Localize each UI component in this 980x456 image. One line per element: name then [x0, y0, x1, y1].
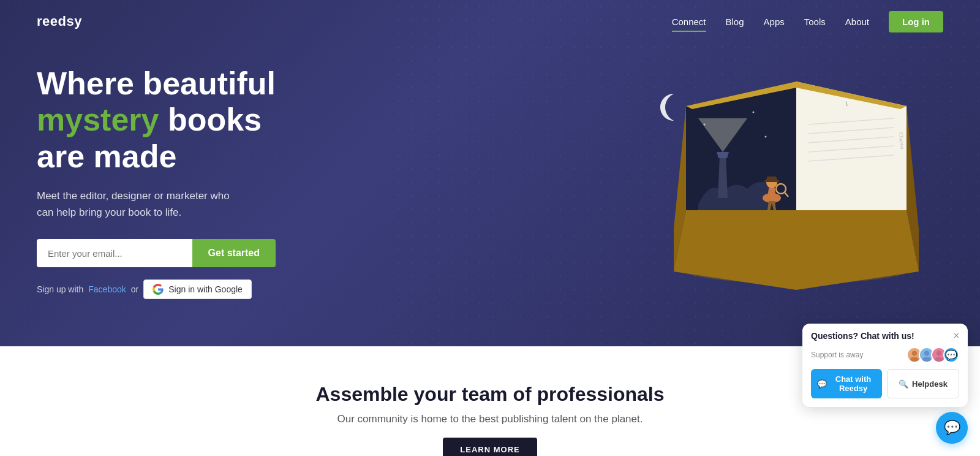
get-started-button[interactable]: Get started — [192, 239, 276, 267]
chat-avatars: 💬 — [907, 347, 959, 363]
moon-decoration — [655, 91, 689, 127]
chat-widget-title: Questions? Chat with us! — [811, 331, 914, 341]
chat-with-reedsy-button[interactable]: 💬 Chat with Reedsy — [811, 369, 882, 398]
nav-link-tools[interactable]: Tools — [804, 17, 826, 27]
chat-btn-label: Chat with Reedsy — [831, 374, 876, 393]
chat-widget: Questions? Chat with us! × Support is aw… — [802, 324, 968, 407]
book-svg: 1 Chapter — [662, 57, 931, 302]
chat-icon: 💬 — [817, 379, 827, 389]
chat-support-row: Support is away 💬 — [802, 344, 968, 369]
svg-point-3 — [765, 135, 767, 137]
hero-social-signup: Sign up with Facebook or Sign in with Go… — [37, 279, 276, 299]
chat-avatar-4: 💬 — [943, 347, 959, 363]
hero-title-line1: Where beautiful — [37, 66, 276, 101]
hero-illustration: 1 Chapter — [637, 26, 956, 321]
navbar: reedsy Connect Blog Apps Tools About Log… — [0, 0, 980, 43]
svg-point-19 — [922, 357, 931, 362]
google-icon — [153, 284, 164, 295]
svg-text:1: 1 — [845, 99, 849, 107]
nav-link-blog[interactable]: Blog — [726, 17, 744, 27]
book-illustration: 1 Chapter — [637, 26, 956, 321]
svg-point-2 — [753, 111, 755, 113]
hero-form: Get started — [37, 239, 276, 267]
nav-link-connect[interactable]: Connect — [672, 17, 706, 27]
chat-widget-header: Questions? Chat with us! × — [802, 324, 968, 344]
svg-point-21 — [935, 357, 943, 362]
helpdesk-button[interactable]: 🔍 Helpdesk — [887, 369, 959, 398]
email-input[interactable] — [37, 239, 192, 267]
facebook-link[interactable]: Facebook — [88, 284, 126, 294]
hero-title: Where beautiful mystery books are made — [37, 66, 276, 175]
social-or: or — [131, 284, 138, 294]
chat-bubble-button[interactable]: 💬 — [936, 412, 968, 444]
nav-links: Connect Blog Apps Tools About Log in — [672, 11, 943, 32]
chat-bubble-icon: 💬 — [944, 420, 960, 436]
learn-more-button[interactable]: LEARN MORE — [443, 438, 537, 456]
hero-section: Where beautiful mystery books are made M… — [0, 0, 980, 346]
svg-rect-6 — [764, 180, 779, 182]
nav-link-apps[interactable]: Apps — [764, 17, 785, 27]
professionals-title: Assemble your team of professionals — [315, 383, 664, 406]
chat-close-button[interactable]: × — [954, 331, 959, 341]
svg-point-18 — [924, 351, 929, 355]
svg-point-16 — [912, 351, 917, 355]
google-label: Sign in with Google — [168, 284, 243, 294]
hero-title-line2: books — [168, 102, 262, 137]
nav-link-about[interactable]: About — [845, 17, 869, 27]
hero-subtitle: Meet the editor, designer or marketer wh… — [37, 188, 276, 221]
chat-action-buttons: 💬 Chat with Reedsy 🔍 Helpdesk — [802, 369, 968, 407]
svg-point-20 — [937, 351, 941, 355]
hero-content: Where beautiful mystery books are made M… — [0, 10, 312, 336]
google-signin-button[interactable]: Sign in with Google — [143, 279, 252, 299]
chat-support-label: Support is away — [811, 351, 863, 359]
hero-title-highlight: mystery — [37, 102, 159, 137]
social-prefix: Sign up with — [37, 284, 83, 294]
professionals-subtitle: Our community is home to the best publis… — [337, 413, 643, 425]
search-icon: 🔍 — [899, 379, 908, 389]
svg-point-17 — [910, 357, 919, 362]
help-btn-label: Helpdesk — [912, 379, 948, 389]
svg-point-1 — [704, 123, 706, 125]
login-button[interactable]: Log in — [889, 11, 943, 32]
hero-title-line3: are made — [37, 139, 176, 174]
site-logo[interactable]: reedsy — [37, 13, 82, 29]
